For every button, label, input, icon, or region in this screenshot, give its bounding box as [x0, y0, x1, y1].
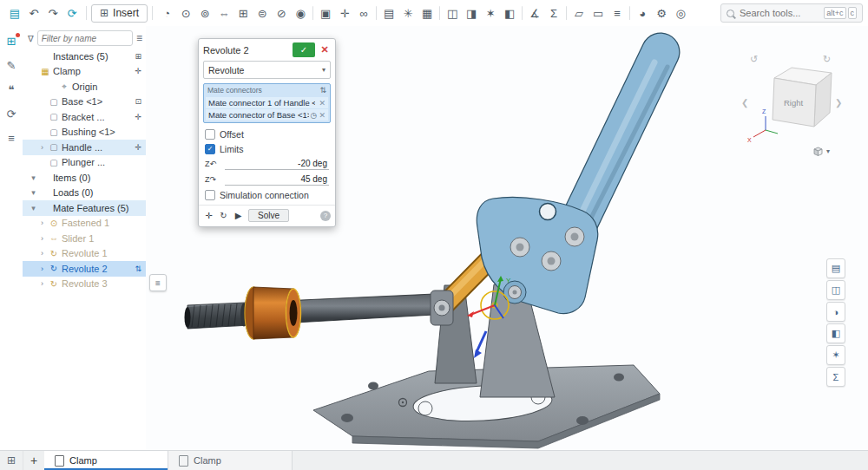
toolbar-icon[interactable]: ◨: [462, 3, 481, 23]
toolbar-icon[interactable]: ⊘: [272, 3, 291, 23]
offset-row[interactable]: Offset: [199, 127, 335, 141]
limit-value-input[interactable]: -20 deg: [225, 159, 329, 170]
tree-row[interactable]: ▢ Bracket ... ✛: [23, 109, 146, 125]
tree-item-badge-icon[interactable]: ✛: [135, 113, 141, 121]
expand-chevron-icon[interactable]: ›: [38, 264, 46, 273]
toolbar-icon[interactable]: ↶: [24, 3, 43, 23]
toolbar-icon[interactable]: [439, 6, 440, 20]
mate-type-select[interactable]: Revolute ▾: [203, 61, 331, 79]
view-options-button[interactable]: ▾: [812, 146, 830, 157]
tree-item-badge-icon[interactable]: ✛: [135, 143, 141, 152]
toolbar-icon[interactable]: ✶: [481, 3, 500, 23]
tab-manager-icon[interactable]: ⊞: [0, 451, 23, 470]
expand-chevron-icon[interactable]: ›: [38, 143, 46, 152]
toolbar-icon[interactable]: ∞: [354, 3, 373, 23]
document-tab[interactable]: Clamp: [168, 451, 293, 470]
insert-button[interactable]: ⊞ Insert: [91, 4, 148, 23]
expand-chevron-icon[interactable]: ▾: [30, 188, 37, 197]
tree-row[interactable]: ▢ Base <1> ⊡: [23, 95, 146, 110]
expand-chevron-icon[interactable]: ▾: [30, 173, 37, 182]
filter-icon[interactable]: ∇: [28, 34, 34, 43]
toolbar-icon[interactable]: [566, 6, 567, 20]
toolbar-icon[interactable]: [376, 6, 377, 20]
tree-item-badge-icon[interactable]: ⇅: [135, 264, 141, 273]
toolbar-icon[interactable]: ◔: [157, 3, 176, 23]
tree-row[interactable]: ▢ Plunger ...: [23, 155, 146, 171]
tree-row[interactable]: › ▢ Handle ... ✛: [23, 140, 146, 155]
toolbar-icon[interactable]: ⊜: [253, 3, 272, 23]
tree-row[interactable]: ▢ Bushing <1>: [23, 125, 146, 140]
toolbar-icon[interactable]: ⊞: [233, 3, 253, 23]
toolbar-icon[interactable]: ▤: [379, 3, 398, 23]
toolbar-icon[interactable]: ◎: [671, 3, 690, 23]
limits-row[interactable]: ✓ Limits: [199, 141, 335, 156]
simulation-checkbox[interactable]: [205, 190, 215, 200]
tree-flyout-button[interactable]: ≡: [149, 274, 167, 291]
rail-icon[interactable]: ⟳: [7, 108, 16, 121]
toolbar-icon[interactable]: [312, 6, 313, 20]
rail-icon[interactable]: ❝: [9, 83, 15, 96]
expand-chevron-icon[interactable]: ›: [38, 219, 46, 227]
view-cube[interactable]: ↺ ↻ ❮ ❯ Right Z X: [740, 49, 844, 144]
panel-button[interactable]: ◧: [826, 323, 845, 343]
panel-button[interactable]: ◑: [826, 302, 845, 322]
toolbar-icon[interactable]: ∡: [525, 3, 544, 23]
toolbar-icon[interactable]: ▭: [589, 3, 608, 23]
toolbar-icon[interactable]: Σ: [544, 3, 563, 23]
rotate-ccw-icon[interactable]: ↺: [750, 54, 758, 64]
tree-item-badge-icon[interactable]: ✛: [135, 67, 141, 75]
mate-connector-row[interactable]: Mate connector 1 of Handle <1> ✕: [206, 97, 328, 108]
panel-button[interactable]: ◫: [826, 280, 845, 300]
expand-chevron-icon[interactable]: ›: [38, 249, 46, 258]
tree-row[interactable]: ▾ Mate Features (5): [23, 200, 146, 216]
toolbar-icon[interactable]: ≡: [608, 3, 627, 23]
toolbar-icon[interactable]: ▱: [569, 3, 589, 23]
tree-row[interactable]: ⌖ Origin: [23, 79, 146, 95]
search-input[interactable]: [738, 7, 820, 19]
toolbar-icon[interactable]: ◧: [500, 3, 519, 23]
limits-checkbox[interactable]: ✓: [205, 144, 215, 154]
toolbar-icon[interactable]: ▦: [418, 3, 437, 23]
tree-item-badge-icon[interactable]: ⊡: [135, 97, 141, 106]
tree-row[interactable]: › ⊙ Fastened 1: [23, 216, 146, 232]
simulation-row[interactable]: Simulation connection: [199, 187, 335, 202]
limit-value-input[interactable]: 45 deg: [225, 174, 329, 186]
toolbar-icon[interactable]: ⊚: [195, 3, 214, 23]
rail-icon[interactable]: ≡: [8, 132, 15, 145]
expand-chevron-icon[interactable]: ›: [38, 279, 46, 288]
tree-row[interactable]: ▾ Items (0): [23, 170, 146, 186]
toolbar-icon[interactable]: ⊙: [176, 3, 195, 23]
toolbar-icon[interactable]: [629, 6, 630, 20]
handle-part[interactable]: [477, 52, 667, 314]
solve-button[interactable]: Solve: [248, 209, 289, 222]
toolbar-icon[interactable]: ↷: [43, 3, 62, 23]
tree-row[interactable]: › ↻ Revolute 3: [23, 277, 146, 292]
toolbar-icon[interactable]: ▣: [316, 3, 335, 23]
clevis-part[interactable]: [431, 290, 453, 325]
rotate-right-icon[interactable]: ❯: [835, 98, 842, 108]
search-tools-box[interactable]: alt+cc: [720, 3, 863, 23]
tree-row[interactable]: ▾ Loads (0): [23, 186, 146, 201]
list-options-icon[interactable]: ≡: [136, 32, 142, 44]
rail-icon[interactable]: ✎: [7, 59, 16, 72]
tree-row[interactable]: › ↻ Revolute 2 ⇅: [23, 261, 146, 277]
tree-row[interactable]: ▦ Clamp ✛: [23, 64, 146, 80]
clock-icon[interactable]: ◷: [311, 111, 318, 120]
tree-item-badge-icon[interactable]: ⊞: [135, 52, 141, 61]
reorder-icon[interactable]: ⇅: [319, 86, 326, 95]
mate-connectors-box[interactable]: Mate connectors ⇅ Mate connector 1 of Ha…: [203, 83, 331, 123]
toolbar-icon[interactable]: ✳: [398, 3, 418, 23]
help-button[interactable]: ?: [320, 211, 331, 221]
toolbar-icon[interactable]: ▤: [5, 3, 24, 23]
filter-input[interactable]: [37, 30, 133, 46]
remove-icon[interactable]: ✕: [319, 111, 326, 120]
toolbar-icon[interactable]: ⚙: [652, 3, 671, 23]
cancel-button[interactable]: ✕: [319, 42, 331, 57]
toolbar-icon[interactable]: ◫: [443, 3, 462, 23]
panel-button[interactable]: ✶: [826, 345, 845, 365]
expand-chevron-icon[interactable]: ▾: [30, 204, 37, 212]
rail-icon[interactable]: ⊞: [7, 35, 16, 48]
accept-button[interactable]: ✓: [293, 42, 315, 57]
tree-row[interactable]: › ⇔ Slider 1: [23, 231, 146, 246]
panel-button[interactable]: ▤: [826, 258, 845, 278]
